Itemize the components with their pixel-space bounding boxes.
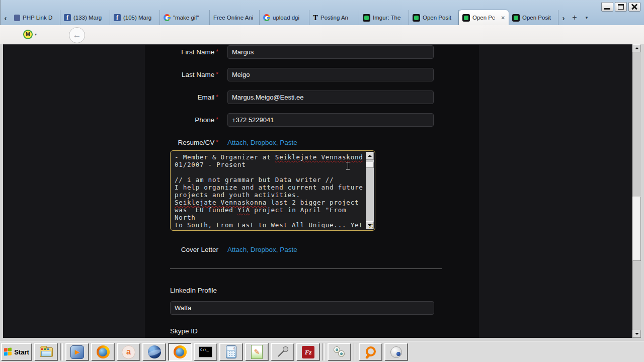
browser-scrollbar[interactable]	[632, 44, 641, 338]
tab-scroll-right-button[interactable]: ›	[558, 10, 569, 25]
tab-105-marg[interactable]: f(105) Marg	[110, 10, 160, 25]
tab-make-gif[interactable]: "make gif"	[160, 10, 210, 25]
resume-label: Resume/CV*	[104, 139, 218, 146]
magnifier-taskbar-icon	[365, 346, 377, 358]
tab-imgur-the[interactable]: Imgur: The	[359, 10, 409, 25]
start-button[interactable]: Start	[1, 343, 32, 361]
taskbar-cmd-button[interactable]: C:\_	[194, 343, 217, 361]
imgur-icon	[413, 14, 420, 22]
imgur-icon	[512, 14, 520, 22]
phone-value: +372 5229041	[232, 116, 274, 124]
tab-label: (133) Marg	[73, 15, 106, 21]
tab-list: PHP Link Df(133) Margf(105) Marg"make gi…	[11, 10, 558, 25]
linkedin-value: Waffa	[175, 304, 191, 312]
editor-taskbar-icon: ✎	[251, 345, 263, 359]
scrollbar-thumb[interactable]	[632, 197, 641, 261]
taskbar-eyes-button[interactable]	[328, 343, 351, 361]
google-icon	[164, 14, 171, 21]
taskbar-editor-button[interactable]: ✎	[245, 343, 269, 361]
taskbar-eyeball-button[interactable]	[384, 343, 408, 361]
tab-php-link-d[interactable]: PHP Link D	[11, 10, 60, 25]
scroll-up-arrow-icon[interactable]	[366, 152, 374, 160]
tab-label: Open Pc	[472, 15, 499, 21]
firefox-taskbar-icon	[174, 345, 187, 358]
tab-open-posit[interactable]: Open Posit	[509, 10, 558, 25]
scroll-up-arrow-icon[interactable]	[632, 44, 641, 52]
eyes-taskbar-icon	[333, 345, 346, 358]
taskbar-calculator-button[interactable]: 0	[219, 343, 243, 361]
calculator-taskbar-icon: 0	[226, 345, 236, 358]
start-label: Start	[14, 348, 29, 356]
taskbar-firefox-button[interactable]	[91, 343, 115, 361]
required-asterisk: *	[216, 139, 218, 146]
required-asterisk: *	[216, 71, 218, 78]
new-tab-button[interactable]: +	[569, 10, 581, 25]
tab-label: Free Online Ani	[213, 15, 256, 21]
windows-flag-icon	[4, 347, 12, 356]
required-asterisk: *	[216, 116, 218, 123]
facebook-icon: f	[64, 14, 71, 21]
section-divider	[170, 268, 442, 269]
chevron-down-icon: ▾	[35, 32, 37, 37]
taskbar-magnifier-button[interactable]	[359, 343, 382, 361]
extension-m-button[interactable]: M ▾	[23, 30, 37, 39]
desktop: ‹ PHP Link Df(133) Margf(105) Marg"make …	[0, 0, 644, 362]
tab-label: Imgur: The	[373, 15, 405, 21]
email-value: Margus.Meigo@Eesti.ee	[232, 94, 304, 101]
taskbar-explorer-button[interactable]	[34, 343, 58, 361]
taskbar-filezilla-button[interactable]: Fz	[296, 343, 320, 361]
scroll-down-arrow-icon[interactable]	[632, 330, 641, 338]
browser-titlebar: ‹ PHP Link Df(133) Margf(105) Marg"make …	[0, 0, 644, 25]
cover-letter-attach-dropbox-paste-links[interactable]: Attach, Dropbox, Paste	[227, 246, 297, 253]
tab-open-posit[interactable]: Open Posit	[409, 10, 459, 25]
page-content: First Name*MargusLast Name*MeigoEmail*Ma…	[3, 44, 632, 338]
filezilla-taskbar-icon: Fz	[302, 346, 314, 358]
phone-label: Phone*	[104, 116, 218, 124]
tab-label: (105) Marg	[123, 15, 156, 21]
back-button[interactable]: ←	[69, 27, 85, 43]
imgur-icon	[462, 14, 470, 22]
taskbar-separator	[354, 343, 356, 360]
scrollbar-thumb[interactable]	[366, 162, 374, 168]
required-asterisk: *	[216, 48, 218, 55]
taskbar-seamonkey-button[interactable]	[142, 343, 166, 361]
last-name-label: Last Name*	[104, 71, 218, 78]
tab-upload-dgi[interactable]: upload dgi	[260, 10, 309, 25]
email-field[interactable]: Margus.Meigo@Eesti.ee	[227, 90, 434, 104]
resize-grip-icon[interactable]	[368, 223, 374, 229]
google-icon	[263, 14, 270, 21]
tab-list-dropdown[interactable]: ▾	[581, 10, 593, 25]
taskbar-microphone-button[interactable]	[271, 343, 294, 361]
phone-field[interactable]: +372 5229041	[227, 113, 434, 127]
tab-label: Open Posit	[423, 15, 455, 21]
taskbar-a-app-button[interactable]: a	[117, 343, 140, 361]
taskbar-buttons: ▶aC:\_0✎Fz	[34, 343, 408, 361]
taskbar: Start ▶aC:\_0✎Fz « 19:52 11.05.2017	[0, 341, 644, 362]
tab-posting-an[interactable]: TPosting An	[309, 10, 359, 25]
tab-label: "make gif"	[173, 15, 206, 21]
tab-open-pc[interactable]: Open Pc✕	[459, 10, 509, 25]
taskbar-wmp-button[interactable]: ▶	[65, 343, 89, 361]
skype-label: Skype ID	[170, 327, 198, 335]
close-tab-icon[interactable]: ✕	[501, 15, 505, 21]
textarea-scrollbar[interactable]	[366, 152, 374, 222]
linkedin-field[interactable]: Waffa	[170, 301, 434, 315]
mouse-ibeam-cursor	[346, 162, 350, 170]
m-extension-icon: M	[23, 30, 33, 39]
navigation-toolbar: M ▾ i imgur.com/jobs/positions?gh_jid=67…	[0, 25, 644, 44]
cover-letter-label: Cover Letter	[104, 246, 218, 253]
last-name-field[interactable]: Meigo	[227, 68, 434, 81]
resume-attach-dropbox-paste-links[interactable]: Attach, Dropbox, Paste	[227, 139, 297, 146]
tab-133-marg[interactable]: f(133) Marg	[60, 10, 110, 25]
facebook-icon: f	[114, 14, 121, 21]
tab-free-online-ani[interactable]: Free Online Ani	[210, 10, 260, 25]
taskbar-firefox-button[interactable]	[168, 343, 192, 361]
resume-textarea[interactable]: - Member & Organizer at Seiklejate Venna…	[170, 150, 375, 231]
tab-scroll-left-button[interactable]: ‹	[1, 10, 11, 25]
resume-text: - Member & Organizer at Seiklejate Venna…	[171, 151, 365, 228]
first-name-field[interactable]: Margus	[227, 45, 434, 59]
cmd-taskbar-icon: C:\_	[199, 346, 212, 357]
explorer-taskbar-icon	[40, 347, 53, 357]
wmp-taskbar-icon: ▶	[70, 345, 84, 359]
eyeball-taskbar-icon	[390, 346, 402, 358]
